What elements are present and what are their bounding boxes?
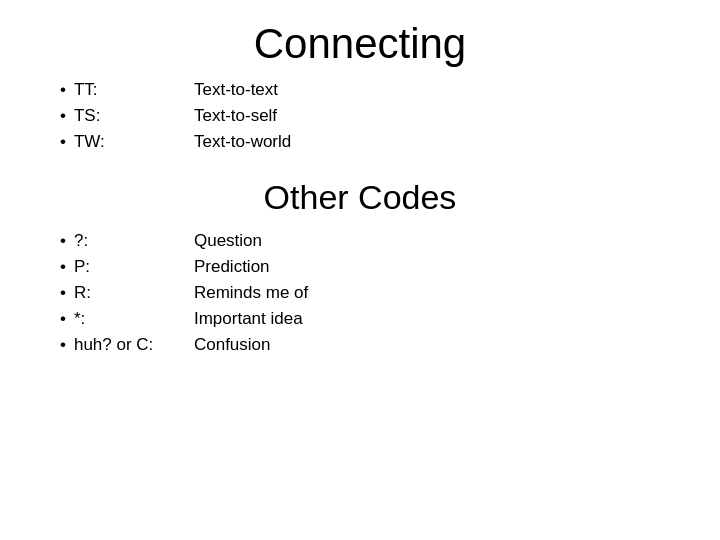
code-label: TS: bbox=[74, 106, 194, 126]
list-item: • ?: Question bbox=[60, 231, 660, 251]
code-label: *: bbox=[74, 309, 194, 329]
connecting-list: • TT: Text-to-text • TS: Text-to-self • … bbox=[60, 80, 660, 158]
code-desc: Important idea bbox=[194, 309, 303, 329]
bullet-icon: • bbox=[60, 231, 66, 251]
bullet-icon: • bbox=[60, 309, 66, 329]
bullet-icon: • bbox=[60, 132, 66, 152]
code-desc: Text-to-text bbox=[194, 80, 278, 100]
code-label: R: bbox=[74, 283, 194, 303]
bullet-icon: • bbox=[60, 106, 66, 126]
code-label: TW: bbox=[74, 132, 194, 152]
bullet-icon: • bbox=[60, 283, 66, 303]
bullet-icon: • bbox=[60, 80, 66, 100]
page: Connecting • TT: Text-to-text • TS: Text… bbox=[0, 0, 720, 540]
main-title: Connecting bbox=[60, 20, 660, 68]
list-item: • TS: Text-to-self bbox=[60, 106, 660, 126]
code-label: TT: bbox=[74, 80, 194, 100]
code-desc: Text-to-self bbox=[194, 106, 277, 126]
code-desc: Text-to-world bbox=[194, 132, 291, 152]
bullet-icon: • bbox=[60, 257, 66, 277]
code-label: huh? or C: bbox=[74, 335, 194, 355]
code-desc: Question bbox=[194, 231, 262, 251]
code-label: ?: bbox=[74, 231, 194, 251]
list-item: • huh? or C: Confusion bbox=[60, 335, 660, 355]
list-item: • *: Important idea bbox=[60, 309, 660, 329]
list-item: • R: Reminds me of bbox=[60, 283, 660, 303]
list-item: • TW: Text-to-world bbox=[60, 132, 660, 152]
list-item: • P: Prediction bbox=[60, 257, 660, 277]
code-desc: Reminds me of bbox=[194, 283, 308, 303]
bullet-icon: • bbox=[60, 335, 66, 355]
other-codes-list: • ?: Question • P: Prediction • R: Remin… bbox=[60, 231, 660, 361]
code-label: P: bbox=[74, 257, 194, 277]
list-item: • TT: Text-to-text bbox=[60, 80, 660, 100]
other-codes-title: Other Codes bbox=[60, 178, 660, 217]
code-desc: Prediction bbox=[194, 257, 270, 277]
code-desc: Confusion bbox=[194, 335, 271, 355]
